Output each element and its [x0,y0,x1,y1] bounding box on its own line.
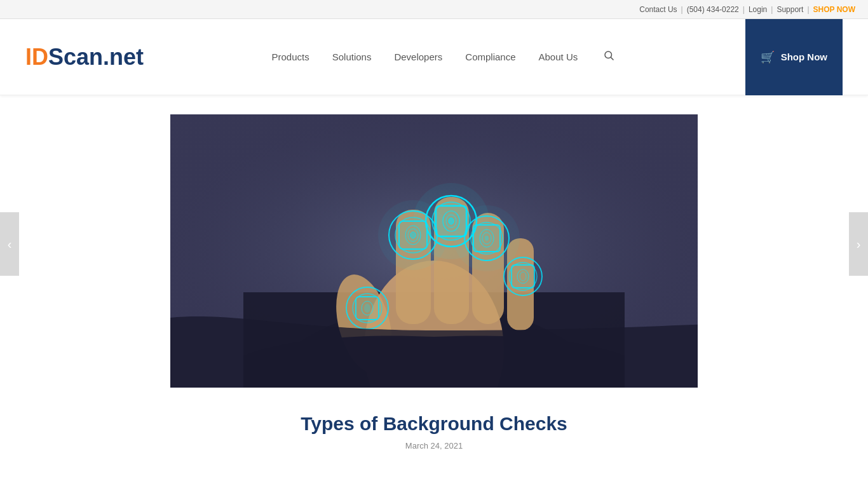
article-date: March 24, 2021 [405,441,463,451]
support-link[interactable]: Support [776,5,803,14]
nav-developers[interactable]: Developers [394,51,442,62]
fingerprint-illustration [170,114,698,388]
svg-point-31 [509,262,537,290]
chevron-right-icon: › [857,237,861,252]
main-content: Types of Background Checks March 24, 202… [0,95,868,476]
logo-id: ID [25,44,48,71]
search-button[interactable] [600,47,617,67]
separator-4: | [807,5,809,14]
separator-3: | [771,5,773,14]
top-bar: Contact Us | (504) 434-0222 | Login | Su… [0,0,868,19]
nav-about-us[interactable]: About Us [539,51,578,62]
login-link[interactable]: Login [749,5,767,14]
chevron-left-icon: ‹ [8,237,12,252]
nav-products[interactable]: Products [272,51,309,62]
separator-2: | [743,5,745,14]
hero-image-wrapper [170,114,698,388]
cart-icon: 🛒 [761,50,775,64]
shop-now-label: Shop Now [781,51,827,62]
svg-point-42 [454,205,520,271]
nav-solutions[interactable]: Solutions [332,51,372,62]
svg-point-0 [605,51,612,58]
main-nav: Products Solutions Developers Compliance… [272,47,618,67]
site-header: ID Scan.net Products Solutions Developer… [0,19,868,95]
logo-link[interactable]: ID Scan.net [25,44,144,71]
search-icon [603,50,614,61]
contact-us-link[interactable]: Contact Us [639,5,677,14]
article-title: Types of Background Checks [301,413,567,435]
shop-now-button[interactable]: 🛒 Shop Now [745,19,843,95]
slider-prev-button[interactable]: ‹ [0,212,19,276]
svg-line-1 [611,57,614,60]
phone-link[interactable]: (504) 434-0222 [687,5,739,14]
slider-next-button[interactable]: › [849,212,868,276]
hero-image [170,114,698,388]
logo-scan: Scan.net [48,44,144,71]
nav-compliance[interactable]: Compliance [465,51,515,62]
svg-point-39 [364,304,370,313]
separator-1: | [681,5,683,14]
shop-now-top-link[interactable]: SHOP NOW [813,5,855,14]
